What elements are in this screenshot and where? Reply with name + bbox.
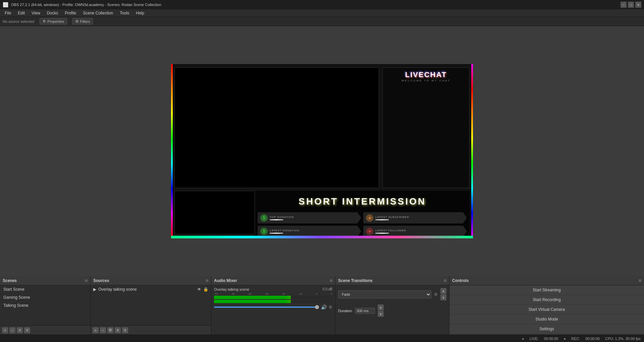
minimize-button[interactable]: ─ [621, 2, 627, 8]
rec-time: 00:00:00 [585, 337, 600, 341]
scenes-panel-title: Scenes [3, 278, 17, 283]
follower-icon: ♥ [366, 228, 373, 235]
menu-edit[interactable]: Edit [14, 10, 28, 16]
sources-up-button[interactable]: ∧ [115, 327, 121, 333]
intermission-title: SHORT INTERMISSION [299, 196, 426, 207]
controls-collapse-icon[interactable]: ⊞ [639, 279, 641, 282]
gear-icon: ⚙ [43, 19, 46, 23]
source-play-icon: ▶ [93, 287, 96, 292]
audio-collapse-icon[interactable]: ⊞ [330, 279, 332, 282]
source-visibility-icon[interactable]: 👁 [197, 287, 201, 292]
duration-up-button[interactable]: ∧ [378, 304, 384, 310]
transitions-panel-content: Fade Cut Swipe Slide ⚙ ∧ ∨ Duration [335, 285, 449, 335]
filters-label: Filters [80, 19, 90, 23]
audio-volume-slider[interactable] [214, 306, 319, 308]
sources-add-button[interactable]: + [93, 327, 99, 333]
transition-down-button[interactable]: ∨ [440, 294, 446, 300]
obs-canvas: LIVECHAT WELCOME TO MY CHAT SHORT INTERM… [171, 64, 473, 238]
menu-scene-collection[interactable]: Scene Collection [79, 10, 116, 16]
filters-button[interactable]: ⊞ Filters [72, 18, 93, 24]
audio-settings-icon[interactable]: ⚙ [329, 305, 332, 309]
audio-meter-overlay-2 [291, 300, 332, 303]
studio-mode-button[interactable]: Studio Mode [449, 315, 644, 324]
start-streaming-button[interactable]: Start Streaming [449, 285, 644, 295]
transitions-panel-title: Scene Transitions [338, 278, 373, 283]
title-bar-left: ⬜ OBS 27.2.1 (64-bit, windows) - Profile… [3, 2, 161, 7]
audio-meter-overlay [291, 296, 332, 299]
transitions-collapse-icon[interactable]: ⊞ [444, 279, 446, 282]
audio-mixer-panel: Audio Mixer ⊞ Overlay talking scene 0.0 … [211, 276, 335, 335]
menu-tools[interactable]: Tools [116, 10, 132, 16]
livechat-title: LIVECHAT [405, 70, 447, 79]
sources-collapse-icon[interactable]: ⊞ [206, 279, 208, 282]
top-donation-bar [270, 219, 283, 220]
audio-mixer-content: Overlay talking scene 0.0 dB -60-50-40-3… [211, 285, 335, 335]
canvas-intermission: SHORT INTERMISSION $ TOP DONATION [255, 191, 470, 236]
audio-db-level: 0.0 dB [323, 287, 332, 291]
cpu-info: CPU: 1.3%, 30.00 fps [605, 337, 641, 341]
sources-down-button[interactable]: ∨ [122, 327, 128, 333]
properties-button[interactable]: ⚙ Properties [40, 18, 67, 24]
transitions-panel-header: Scene Transitions ⊞ [335, 276, 449, 285]
latest-donation-bar [270, 233, 283, 234]
menu-docks[interactable]: Docks [44, 10, 61, 16]
scenes-down-button[interactable]: ∨ [24, 327, 30, 333]
transition-type-row: Fade Cut Swipe Slide ⚙ ∧ ∨ [335, 285, 449, 303]
scenes-panel-content: Start Scene Gaming Scene Talking Scene [0, 285, 90, 325]
sources-panel-title: Sources [93, 278, 109, 283]
transition-up-button[interactable]: ∧ [440, 288, 446, 294]
source-lock-icon[interactable]: 🔒 [203, 287, 208, 292]
info-card-latest-donation: $ LATEST DONATION [258, 226, 361, 237]
source-item-overlay[interactable]: ▶ Overlay talking scene 👁 🔒 [91, 285, 211, 293]
start-recording-button[interactable]: Start Recording [449, 295, 644, 305]
donation-icon: $ [260, 214, 268, 222]
scene-item-start[interactable]: Start Scene [0, 285, 90, 293]
live-label: LIVE: [530, 337, 539, 341]
audio-mute-icon[interactable]: 🔊 [321, 304, 327, 310]
audio-meter-2 [214, 300, 332, 303]
settings-button[interactable]: Settings [449, 324, 644, 334]
latest-subscriber-bar [375, 219, 389, 220]
top-donation-label: TOP DONATION [270, 216, 294, 219]
scene-transitions-panel: Scene Transitions ⊞ Fade Cut Swipe Slide… [335, 276, 449, 335]
transition-duration-row: Duration ∧ ∨ [335, 303, 449, 318]
sources-panel-header: Sources ⊞ [91, 276, 211, 285]
bottom-panels: Scenes ⊞ Start Scene Gaming Scene Talkin… [0, 276, 644, 335]
transition-settings-icon[interactable]: ⚙ [434, 292, 438, 297]
info-card-top-donation: $ TOP DONATION [258, 212, 361, 224]
menu-help[interactable]: Help [132, 10, 148, 16]
latest-subscriber-label: LATEST SUBSCRIBER [375, 216, 409, 219]
maximize-button[interactable]: □ [628, 2, 634, 8]
transition-type-select[interactable]: Fade Cut Swipe Slide [338, 290, 431, 298]
scene-item-gaming[interactable]: Gaming Scene [0, 293, 90, 301]
audio-slider-thumb [315, 305, 319, 309]
latest-donation-icon: $ [260, 228, 268, 235]
menu-profile[interactable]: Profile [61, 10, 79, 16]
scene-item-talking[interactable]: Talking Scene [0, 301, 90, 309]
canvas-preview: LIVECHAT WELCOME TO MY CHAT SHORT INTERM… [171, 64, 473, 238]
menu-bar: File Edit View Docks Profile Scene Colle… [0, 9, 644, 17]
start-virtual-camera-button[interactable]: Start Virtual Camera [449, 305, 644, 315]
sources-remove-button[interactable]: − [100, 327, 106, 333]
audio-mixer-title: Audio Mixer [214, 278, 237, 283]
title-bar-controls: ─ □ ✕ [621, 2, 641, 8]
close-button[interactable]: ✕ [635, 2, 641, 8]
scenes-panel: Scenes ⊞ Start Scene Gaming Scene Talkin… [0, 276, 91, 335]
status-circle: ● [522, 337, 524, 341]
duration-input[interactable] [355, 308, 375, 314]
scenes-collapse-icon[interactable]: ⊞ [85, 279, 88, 282]
rec-dot: ● [564, 337, 566, 341]
sources-settings-button[interactable]: ⚙ [107, 327, 113, 333]
scenes-toolbar: + − ∧ ∨ [0, 325, 90, 335]
audio-controls-row: 🔊 ⚙ [214, 304, 332, 310]
duration-down-button[interactable]: ∨ [378, 311, 384, 317]
audio-meter [214, 296, 332, 299]
menu-view[interactable]: View [28, 10, 44, 16]
menu-file[interactable]: File [1, 10, 14, 16]
info-card-latest-follower: ♥ LATEST FOLLOWER [363, 226, 467, 237]
scenes-remove-button[interactable]: − [9, 327, 15, 333]
controls-panel: Controls ⊞ Start Streaming Start Recordi… [449, 276, 644, 335]
status-bar: ● LIVE: 00:00:00 ● REC: 00:00:00 CPU: 1.… [0, 335, 644, 342]
scenes-up-button[interactable]: ∧ [17, 327, 23, 333]
scenes-add-button[interactable]: + [2, 327, 8, 333]
